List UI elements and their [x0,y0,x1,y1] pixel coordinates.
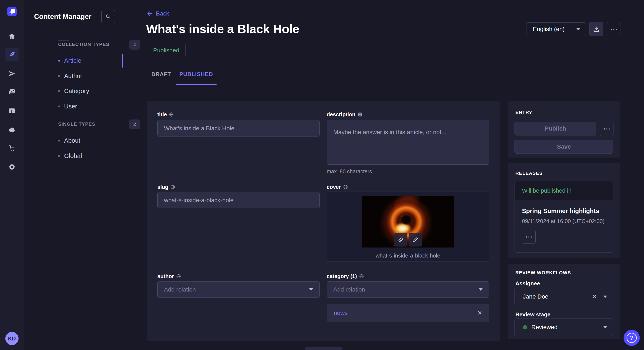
question-mark-icon: ? [626,333,637,343]
chevron-down-icon [479,288,482,291]
relation-news-link[interactable]: news [334,310,348,316]
tab-published[interactable]: PUBLISHED [176,66,216,85]
release-card: Will be published in Spring Summer highl… [514,181,613,253]
more-options-button[interactable] [607,22,621,36]
home-icon[interactable] [0,29,24,43]
releases-panel: RELEASES Will be published in Spring Sum… [508,163,620,258]
arrow-left-icon [147,10,153,17]
strapi-content-manager-app: KD Content Manager COLLECTION TYPES 4 Ar… [0,0,644,350]
sidebar-item-article[interactable]: Article [58,54,81,67]
more-options-icon [611,29,617,30]
entry-panel: ENTRY Publish Save [508,101,620,158]
slug-field-label: slug [158,184,175,190]
user-avatar[interactable]: KD [5,332,18,345]
author-relation-select[interactable]: Add relation [158,281,320,298]
scroll-to-bottom-button[interactable] [305,347,342,350]
cover-media-card: what-s-inside-a-black-hole [327,191,489,262]
description-field-label: description [327,111,362,118]
cover-image-black-hole[interactable] [362,196,454,247]
review-workflows-panel: REVIEW WORKFLOWS Assignee Jane Doe ✕ Rev… [508,264,620,339]
title-field-label: title [158,111,174,118]
bullet-icon [58,140,60,142]
more-options-icon [604,128,610,130]
entry-panel-title: ENTRY [515,110,532,115]
send-plane-icon[interactable] [0,67,24,80]
review-stage-combobox[interactable]: Reviewed [514,319,613,336]
description-hint: max. 80 characters [327,169,372,175]
tab-draft[interactable]: DRAFT [147,66,176,85]
cover-field-label: cover [327,184,348,190]
description-textarea[interactable]: Maybe the answer is in this article, or … [327,120,489,165]
release-card-header: Will be published in [515,181,613,200]
globe-icon [359,274,364,279]
bullet-icon [58,155,60,157]
globe-icon [343,184,348,189]
search-button[interactable] [101,10,115,23]
sidebar-item-global[interactable]: Global [58,150,82,162]
collection-types-count: 4 [129,40,140,49]
media-library-icon[interactable] [0,85,24,99]
remove-relation-icon[interactable]: ✕ [477,310,482,316]
back-link[interactable]: Back [147,10,169,17]
page-title: What's inside a Black Hole [146,22,300,36]
copy-link-button[interactable] [394,233,408,246]
sidebar-item-user[interactable]: User [58,100,77,113]
edit-media-button[interactable] [409,233,422,246]
content-manager-subnav: Content Manager COLLECTION TYPES 4 Artic… [24,0,123,350]
release-more-options-button[interactable] [522,230,536,244]
export-button[interactable] [589,22,603,36]
clear-assignee-icon[interactable]: ✕ [592,293,597,300]
save-button[interactable]: Save [514,140,613,154]
releases-panel-title: RELEASES [515,171,543,176]
active-item-indicator [122,54,123,68]
cover-image-actions [394,233,422,246]
status-badge: Published [147,44,186,57]
review-stage-label: Review stage [515,311,550,318]
subnav-divider [58,40,69,41]
pencil-icon [412,237,418,243]
strapi-logo-icon [7,7,16,16]
content-manager-icon[interactable] [5,48,18,61]
category-relation-select[interactable]: Add relation [327,281,489,298]
sidebar-item-author[interactable]: Author [58,70,82,82]
title-input[interactable]: What's inside a Black Hole [158,120,320,137]
globe-icon [358,112,362,117]
chevron-down-icon [603,296,607,298]
marketplace-cart-icon[interactable] [0,141,24,155]
sidebar-item-category[interactable]: Category [58,85,89,97]
strapi-logo[interactable] [7,7,16,16]
category-relation-item: news ✕ [327,304,489,322]
publish-button[interactable]: Publish [514,122,596,136]
link-icon [398,237,404,243]
chevron-down-icon [576,28,580,30]
settings-gear-icon[interactable] [0,160,24,174]
main-nav-rail: KD [0,0,24,350]
rail-divider [0,23,24,23]
globe-icon [176,274,181,279]
stage-status-dot [523,325,527,329]
content-type-builder-icon[interactable] [0,104,24,118]
chevron-down-icon [603,326,607,329]
cover-caption: what-s-inside-a-black-hole [327,252,489,259]
rail-bottom-divider [0,328,24,328]
review-panel-title: REVIEW WORKFLOWS [515,270,571,276]
author-field-label: author [158,273,181,279]
sidebar-item-about[interactable]: About [58,134,80,147]
bullet-icon [58,60,60,62]
release-date: 09/11/2024 at 16:00 (UTC+02:00) [522,218,606,224]
slug-input[interactable]: what-s-inside-a-black-hole [158,192,320,208]
release-name[interactable]: Spring Summer highlights [522,207,606,214]
subnav-title: Content Manager [34,12,92,21]
assignee-combobox[interactable]: Jane Doe ✕ [514,288,613,305]
locale-select[interactable]: English (en) [526,22,586,36]
help-button[interactable]: ? [624,330,640,346]
bullet-icon [58,105,60,107]
entry-more-options-button[interactable] [600,122,614,136]
header-actions: English (en) [526,22,621,36]
entry-form-panel: title What's inside a Black Hole descrip… [147,101,500,341]
search-icon [106,14,111,19]
cloud-icon[interactable] [0,123,24,137]
single-types-header: SINGLE TYPES [58,121,114,127]
assignee-label: Assignee [515,280,540,287]
download-icon [593,26,600,32]
